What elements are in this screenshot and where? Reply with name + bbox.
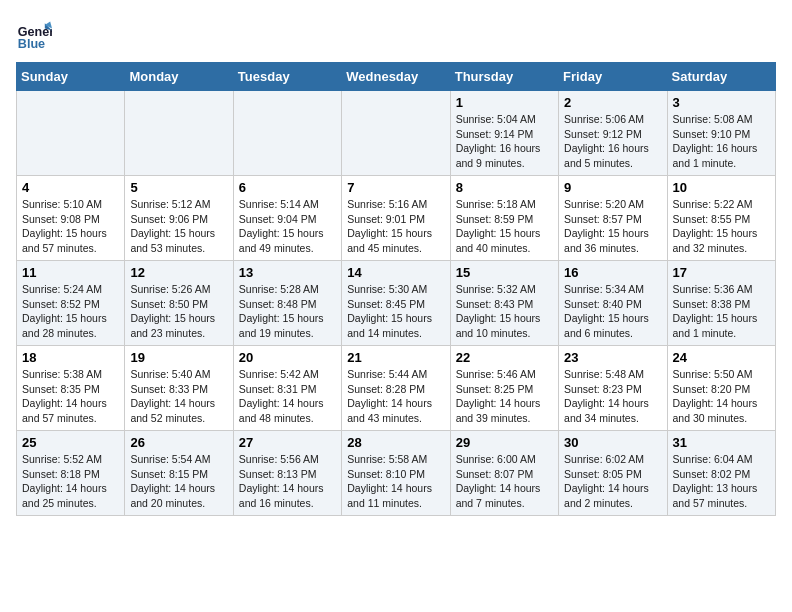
week-row-3: 18Sunrise: 5:38 AM Sunset: 8:35 PM Dayli… xyxy=(17,346,776,431)
day-number: 30 xyxy=(564,435,661,450)
day-info: Sunrise: 5:24 AM Sunset: 8:52 PM Dayligh… xyxy=(22,282,119,341)
day-number: 23 xyxy=(564,350,661,365)
day-number: 18 xyxy=(22,350,119,365)
calendar-cell: 8Sunrise: 5:18 AM Sunset: 8:59 PM Daylig… xyxy=(450,176,558,261)
day-info: Sunrise: 5:52 AM Sunset: 8:18 PM Dayligh… xyxy=(22,452,119,511)
day-number: 13 xyxy=(239,265,336,280)
day-info: Sunrise: 5:48 AM Sunset: 8:23 PM Dayligh… xyxy=(564,367,661,426)
calendar-cell xyxy=(125,91,233,176)
calendar-cell xyxy=(233,91,341,176)
calendar-cell: 1Sunrise: 5:04 AM Sunset: 9:14 PM Daylig… xyxy=(450,91,558,176)
day-info: Sunrise: 5:44 AM Sunset: 8:28 PM Dayligh… xyxy=(347,367,444,426)
calendar-cell: 16Sunrise: 5:34 AM Sunset: 8:40 PM Dayli… xyxy=(559,261,667,346)
day-info: Sunrise: 5:50 AM Sunset: 8:20 PM Dayligh… xyxy=(673,367,770,426)
calendar-cell: 27Sunrise: 5:56 AM Sunset: 8:13 PM Dayli… xyxy=(233,431,341,516)
day-number: 17 xyxy=(673,265,770,280)
day-info: Sunrise: 5:34 AM Sunset: 8:40 PM Dayligh… xyxy=(564,282,661,341)
calendar-cell: 31Sunrise: 6:04 AM Sunset: 8:02 PM Dayli… xyxy=(667,431,775,516)
day-info: Sunrise: 6:02 AM Sunset: 8:05 PM Dayligh… xyxy=(564,452,661,511)
calendar-cell: 24Sunrise: 5:50 AM Sunset: 8:20 PM Dayli… xyxy=(667,346,775,431)
day-number: 29 xyxy=(456,435,553,450)
day-info: Sunrise: 5:06 AM Sunset: 9:12 PM Dayligh… xyxy=(564,112,661,171)
week-row-4: 25Sunrise: 5:52 AM Sunset: 8:18 PM Dayli… xyxy=(17,431,776,516)
day-number: 5 xyxy=(130,180,227,195)
day-number: 31 xyxy=(673,435,770,450)
calendar-header: SundayMondayTuesdayWednesdayThursdayFrid… xyxy=(17,63,776,91)
day-number: 21 xyxy=(347,350,444,365)
day-info: Sunrise: 6:04 AM Sunset: 8:02 PM Dayligh… xyxy=(673,452,770,511)
calendar-cell: 22Sunrise: 5:46 AM Sunset: 8:25 PM Dayli… xyxy=(450,346,558,431)
calendar-cell xyxy=(342,91,450,176)
header-wednesday: Wednesday xyxy=(342,63,450,91)
calendar-cell: 9Sunrise: 5:20 AM Sunset: 8:57 PM Daylig… xyxy=(559,176,667,261)
day-number: 12 xyxy=(130,265,227,280)
day-number: 3 xyxy=(673,95,770,110)
day-info: Sunrise: 5:10 AM Sunset: 9:08 PM Dayligh… xyxy=(22,197,119,256)
calendar-cell: 30Sunrise: 6:02 AM Sunset: 8:05 PM Dayli… xyxy=(559,431,667,516)
day-number: 6 xyxy=(239,180,336,195)
day-number: 22 xyxy=(456,350,553,365)
calendar-cell: 7Sunrise: 5:16 AM Sunset: 9:01 PM Daylig… xyxy=(342,176,450,261)
day-number: 28 xyxy=(347,435,444,450)
day-info: Sunrise: 5:56 AM Sunset: 8:13 PM Dayligh… xyxy=(239,452,336,511)
day-info: Sunrise: 5:12 AM Sunset: 9:06 PM Dayligh… xyxy=(130,197,227,256)
day-info: Sunrise: 5:32 AM Sunset: 8:43 PM Dayligh… xyxy=(456,282,553,341)
calendar-cell: 28Sunrise: 5:58 AM Sunset: 8:10 PM Dayli… xyxy=(342,431,450,516)
day-number: 1 xyxy=(456,95,553,110)
day-info: Sunrise: 5:14 AM Sunset: 9:04 PM Dayligh… xyxy=(239,197,336,256)
week-row-0: 1Sunrise: 5:04 AM Sunset: 9:14 PM Daylig… xyxy=(17,91,776,176)
day-info: Sunrise: 5:18 AM Sunset: 8:59 PM Dayligh… xyxy=(456,197,553,256)
calendar-cell: 26Sunrise: 5:54 AM Sunset: 8:15 PM Dayli… xyxy=(125,431,233,516)
calendar-cell: 20Sunrise: 5:42 AM Sunset: 8:31 PM Dayli… xyxy=(233,346,341,431)
calendar-cell: 6Sunrise: 5:14 AM Sunset: 9:04 PM Daylig… xyxy=(233,176,341,261)
day-info: Sunrise: 5:16 AM Sunset: 9:01 PM Dayligh… xyxy=(347,197,444,256)
day-info: Sunrise: 5:22 AM Sunset: 8:55 PM Dayligh… xyxy=(673,197,770,256)
calendar-body: 1Sunrise: 5:04 AM Sunset: 9:14 PM Daylig… xyxy=(17,91,776,516)
day-info: Sunrise: 5:20 AM Sunset: 8:57 PM Dayligh… xyxy=(564,197,661,256)
day-number: 11 xyxy=(22,265,119,280)
header-tuesday: Tuesday xyxy=(233,63,341,91)
day-number: 10 xyxy=(673,180,770,195)
day-number: 25 xyxy=(22,435,119,450)
calendar-table: SundayMondayTuesdayWednesdayThursdayFrid… xyxy=(16,62,776,516)
day-number: 24 xyxy=(673,350,770,365)
calendar-cell: 11Sunrise: 5:24 AM Sunset: 8:52 PM Dayli… xyxy=(17,261,125,346)
header-row: SundayMondayTuesdayWednesdayThursdayFrid… xyxy=(17,63,776,91)
day-info: Sunrise: 5:54 AM Sunset: 8:15 PM Dayligh… xyxy=(130,452,227,511)
calendar-cell: 25Sunrise: 5:52 AM Sunset: 8:18 PM Dayli… xyxy=(17,431,125,516)
header-monday: Monday xyxy=(125,63,233,91)
calendar-cell: 23Sunrise: 5:48 AM Sunset: 8:23 PM Dayli… xyxy=(559,346,667,431)
logo-icon: General Blue xyxy=(16,16,52,52)
svg-text:Blue: Blue xyxy=(18,37,45,51)
header-sunday: Sunday xyxy=(17,63,125,91)
day-info: Sunrise: 5:08 AM Sunset: 9:10 PM Dayligh… xyxy=(673,112,770,171)
day-number: 16 xyxy=(564,265,661,280)
day-number: 26 xyxy=(130,435,227,450)
calendar-cell: 2Sunrise: 5:06 AM Sunset: 9:12 PM Daylig… xyxy=(559,91,667,176)
day-info: Sunrise: 5:28 AM Sunset: 8:48 PM Dayligh… xyxy=(239,282,336,341)
calendar-cell: 13Sunrise: 5:28 AM Sunset: 8:48 PM Dayli… xyxy=(233,261,341,346)
calendar-cell: 4Sunrise: 5:10 AM Sunset: 9:08 PM Daylig… xyxy=(17,176,125,261)
calendar-cell: 12Sunrise: 5:26 AM Sunset: 8:50 PM Dayli… xyxy=(125,261,233,346)
day-info: Sunrise: 5:58 AM Sunset: 8:10 PM Dayligh… xyxy=(347,452,444,511)
calendar-cell: 18Sunrise: 5:38 AM Sunset: 8:35 PM Dayli… xyxy=(17,346,125,431)
calendar-cell: 3Sunrise: 5:08 AM Sunset: 9:10 PM Daylig… xyxy=(667,91,775,176)
logo: General Blue xyxy=(16,16,52,52)
calendar-cell: 17Sunrise: 5:36 AM Sunset: 8:38 PM Dayli… xyxy=(667,261,775,346)
calendar-cell: 15Sunrise: 5:32 AM Sunset: 8:43 PM Dayli… xyxy=(450,261,558,346)
day-number: 14 xyxy=(347,265,444,280)
day-info: Sunrise: 5:36 AM Sunset: 8:38 PM Dayligh… xyxy=(673,282,770,341)
day-number: 15 xyxy=(456,265,553,280)
calendar-cell: 5Sunrise: 5:12 AM Sunset: 9:06 PM Daylig… xyxy=(125,176,233,261)
week-row-2: 11Sunrise: 5:24 AM Sunset: 8:52 PM Dayli… xyxy=(17,261,776,346)
day-number: 19 xyxy=(130,350,227,365)
day-number: 2 xyxy=(564,95,661,110)
calendar-cell xyxy=(17,91,125,176)
header-thursday: Thursday xyxy=(450,63,558,91)
day-number: 20 xyxy=(239,350,336,365)
day-number: 4 xyxy=(22,180,119,195)
day-number: 8 xyxy=(456,180,553,195)
header-friday: Friday xyxy=(559,63,667,91)
calendar-cell: 21Sunrise: 5:44 AM Sunset: 8:28 PM Dayli… xyxy=(342,346,450,431)
calendar-cell: 10Sunrise: 5:22 AM Sunset: 8:55 PM Dayli… xyxy=(667,176,775,261)
